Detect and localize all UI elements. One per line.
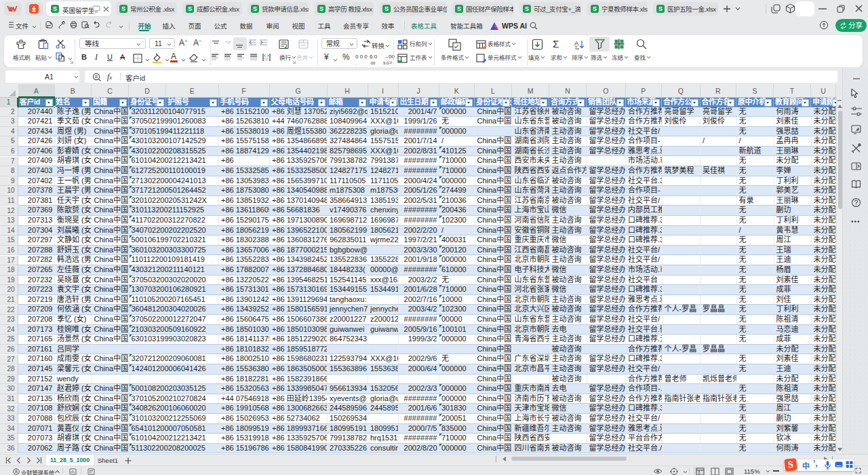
- svg-text:A: A: [574, 39, 579, 47]
